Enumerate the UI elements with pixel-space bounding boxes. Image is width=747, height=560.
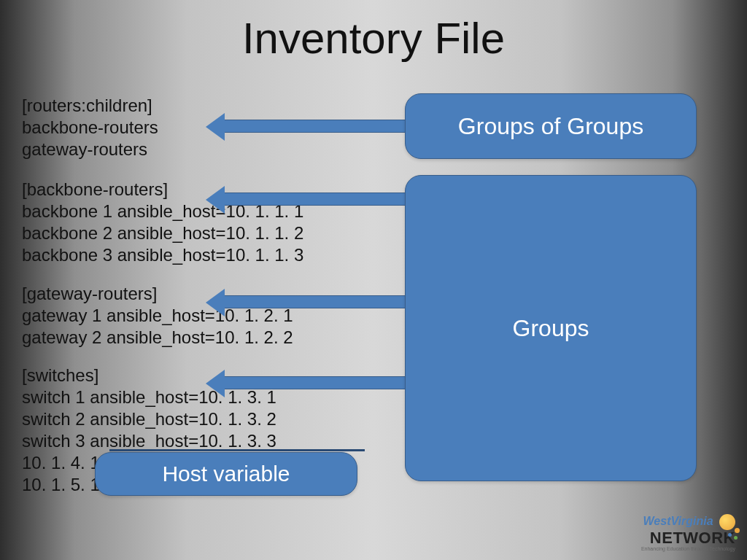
wvnet-logo: WestVirginia NETWORK Enhancing Education… <box>641 514 735 551</box>
group-line: switch 1 ansible_host=10. 1. 3. 1 <box>22 386 276 408</box>
callout-label: Groups of Groups <box>458 113 643 140</box>
callout-label: Host variable <box>162 462 290 486</box>
arrow-left-icon <box>222 120 406 133</box>
hostvar-underline <box>109 449 365 451</box>
arrow-left-icon <box>222 295 406 308</box>
group-line: backbone-routers <box>22 117 158 139</box>
group-header: [routers:children] <box>22 95 158 117</box>
logo-line2: NETWORK <box>641 530 735 546</box>
logo-tagline: Enhancing Education through Technology <box>641 546 735 551</box>
inventory-block-routers-children: [routers:children] backbone-routers gate… <box>22 95 158 160</box>
arrow-left-icon <box>222 376 406 389</box>
inventory-block-backbone: [backbone-routers] backbone 1 ansible_ho… <box>22 179 303 266</box>
group-line: gateway 2 ansible_host=10. 1. 2. 2 <box>22 327 293 349</box>
slide: Inventory File [routers:children] backbo… <box>0 0 747 560</box>
globe-icon <box>719 514 735 530</box>
callout-groups: Groups <box>405 175 697 481</box>
inventory-block-gateway: [gateway-routers] gateway 1 ansible_host… <box>22 283 293 349</box>
arrow-left-icon <box>222 192 406 206</box>
group-line: backbone 3 ansible_host=10. 1. 1. 3 <box>22 244 303 266</box>
logo-line1: WestVirginia <box>643 515 713 527</box>
group-line: switch 2 ansible_host=10. 1. 3. 2 <box>22 408 276 430</box>
slide-title: Inventory File <box>0 13 747 63</box>
callout-label: Groups <box>513 315 589 342</box>
callout-host-variable: Host variable <box>95 452 357 496</box>
group-line: gateway-routers <box>22 139 158 160</box>
callout-groups-of-groups: Groups of Groups <box>405 93 697 159</box>
group-line: backbone 2 ansible_host=10. 1. 1. 2 <box>22 222 303 244</box>
